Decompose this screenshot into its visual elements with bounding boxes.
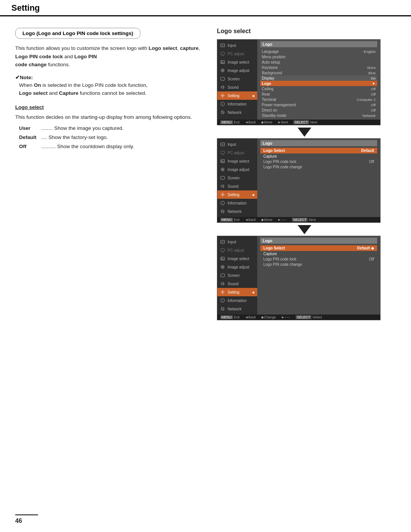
menu-item-input-3: Input (217, 238, 257, 246)
setting-terminal: Terminal Computer 2 (260, 97, 377, 102)
image-select-icon (220, 59, 226, 65)
menu-bottom-3: MENUExit ◄Back ◆Change ►----- SELECTSele… (217, 315, 380, 320)
menu-screenshot-1: Input PC adjust Image select (217, 39, 381, 125)
menu-item-sound-2: Sound (217, 182, 257, 190)
svg-point-20 (221, 160, 222, 161)
logo-select-row-3: Logo Select Default ◆ (260, 245, 377, 251)
arrow-down-1 (217, 128, 392, 137)
svg-text:i: i (222, 299, 223, 302)
svg-point-11 (222, 95, 223, 96)
desc-bold5: code change (15, 62, 47, 67)
menu-body-2: Input PC adjust Image select (217, 139, 380, 217)
menu-item-image-adjust-2: Image adjust (217, 165, 257, 174)
svg-point-35 (221, 258, 222, 259)
menu-item-pc-adjust-3: PC adjust (217, 246, 257, 254)
logo-pin-lock-row-3: Logo PIN code lock Off (260, 256, 377, 262)
image-adjust-icon (220, 67, 226, 73)
setting-rear: Rear Off (260, 91, 377, 97)
menu-item-network-3: Network (217, 305, 257, 313)
bottom-back-2: ◄Back (245, 218, 256, 222)
info-icon: i (220, 101, 226, 107)
bottom-select-2: SELECTNext (292, 218, 316, 222)
menu-item-screen: Screen (217, 75, 257, 83)
setting-icon-3 (220, 289, 226, 295)
desc-bold4: Logo PIN (74, 54, 97, 59)
bottom-move: ◆Move (261, 120, 272, 124)
menu-right-header-1: Logo (260, 41, 377, 47)
page-number: 46 (15, 518, 22, 524)
note-label: ✔Note: (15, 74, 206, 80)
setting-display: Display On (260, 75, 377, 81)
image-select-icon-2 (220, 158, 226, 164)
menu-item-image-select: Image select (217, 58, 257, 66)
note-text: When On is selected in the Logo PIN code… (15, 81, 206, 97)
setting-power-mgmt: Power management Off (260, 102, 377, 107)
logo-pin-change-row-3: Logo PIN code change (260, 262, 377, 267)
menu-screenshot-2: Input PC adjust Image select (217, 138, 381, 223)
svg-rect-32 (221, 249, 225, 251)
menu-right-header-3: Logo (260, 238, 377, 244)
capture-row-3: Capture (260, 251, 377, 256)
svg-rect-39 (221, 274, 225, 277)
option-off: Off .......... Show the countdown displa… (19, 142, 206, 151)
logo-select-row-2: Logo Select Default (260, 148, 377, 153)
input-icon (220, 42, 226, 48)
bottom-menu-2: MENUExit (220, 218, 240, 222)
svg-rect-17 (221, 151, 225, 154)
info-icon-2: i (220, 200, 226, 206)
input-icon-2 (220, 141, 226, 147)
svg-rect-24 (221, 176, 225, 179)
svg-rect-9 (221, 77, 225, 80)
page-title: Setting (11, 3, 400, 13)
bottom-move-2: ◆Move (261, 218, 272, 222)
menu-right-header-2: Logo (260, 140, 377, 146)
menu-item-network: Network (217, 108, 257, 117)
menu-item-input-2: Input (217, 140, 257, 149)
menu-item-information-2: i Information (217, 199, 257, 207)
menu-item-sound: Sound (217, 83, 257, 91)
network-icon (220, 109, 226, 115)
menu-item-image-select-2: Image select (217, 157, 257, 165)
menu-item-setting: Setting ◄ (217, 91, 257, 100)
bottom-back-3: ◄Back (245, 315, 256, 319)
sound-icon (220, 84, 226, 90)
menu-item-image-adjust: Image adjust (217, 66, 257, 75)
menu-item-input: Input (217, 41, 257, 50)
menu-item-screen-2: Screen (217, 174, 257, 182)
network-icon-2 (220, 208, 226, 214)
svg-marker-25 (221, 185, 223, 188)
image-adjust-icon-3 (220, 264, 226, 270)
logo-select-desc: This function decides on the starting-up… (15, 113, 206, 121)
menu-item-sound-3: Sound (217, 280, 257, 288)
desc-bold1: Logo select (148, 45, 177, 51)
setting-direct-on: Direct on Off (260, 107, 377, 113)
bottom-select-3: SELECTSelect (296, 315, 322, 319)
logo-select-right-heading: Logo select (217, 28, 392, 35)
desc-bold3: Logo PIN code lock (15, 54, 63, 59)
desc-bold2: capture (180, 45, 199, 51)
bottom-menu-3: MENUExit (220, 315, 240, 319)
screen-icon-2 (220, 175, 226, 181)
bottom-next: ►Next (277, 120, 288, 124)
setting-background: Background Blue (260, 70, 377, 75)
desc-intro: This function allows you to customize th… (15, 45, 148, 51)
network-icon-3 (220, 306, 226, 312)
option-user: User ........ Show the image you capture… (19, 124, 206, 133)
svg-point-5 (221, 61, 222, 62)
input-icon-3 (220, 239, 226, 245)
setting-icon-2 (220, 192, 226, 198)
arrow-shape-1 (298, 128, 311, 137)
svg-rect-2 (221, 52, 225, 55)
logo-select-subhead: Logo select (15, 104, 206, 110)
right-column: Logo select Input PC adju (217, 28, 392, 323)
logo-pin-change-row-2: Logo PIN code change (260, 164, 377, 169)
logo-select-bold: Logo select (19, 90, 48, 96)
menu-bottom-1: MENUExit ◄Back ◆Move ►Next SELECTNext (217, 120, 380, 125)
logo-pin-lock-row-2: Logo PIN code lock Off (260, 159, 377, 164)
menu-item-image-adjust-3: Image adjust (217, 263, 257, 271)
options-list: User ........ Show the image you capture… (19, 124, 206, 152)
menu-bottom-2: MENUExit ◄Back ◆Move ►----- SELECTNext (217, 217, 380, 222)
setting-language: Language English (260, 49, 377, 54)
sound-icon-3 (220, 281, 226, 287)
capture-row-2: Capture (260, 153, 377, 159)
